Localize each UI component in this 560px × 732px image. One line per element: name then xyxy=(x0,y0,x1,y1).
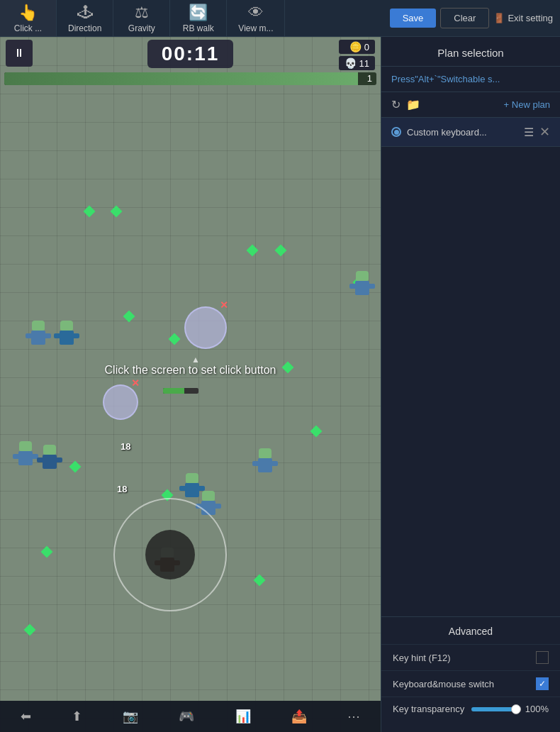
bottom-btn-gamepad[interactable]: 🎮 xyxy=(173,706,200,727)
zombie-3 xyxy=(16,441,35,467)
main-area: ⏸ 00:11 🪙 0 💀 11 1 xyxy=(0,37,560,732)
refresh-icon[interactable]: ↻ xyxy=(391,98,401,111)
progress-value: 1 xyxy=(367,72,372,85)
direction-icon: 🕹 xyxy=(77,4,93,22)
skull-score: 💀 11 xyxy=(339,56,375,70)
game-canvas xyxy=(0,37,381,732)
score-popup-1: 18 xyxy=(121,441,130,452)
keyboard-mouse-row: Keyboard&mouse switch xyxy=(381,670,560,697)
arrow-indicator: ▲ xyxy=(191,355,200,365)
toolbar-click-label: Click ... xyxy=(14,23,42,33)
plan-selection-title: Plan selection xyxy=(381,37,560,67)
exit-icon: 🚪 xyxy=(493,13,505,23)
gravity-icon: ⚖ xyxy=(135,4,149,22)
right-panel: Plan selection Press"Alt+`"Switchable s.… xyxy=(381,37,560,732)
bottom-btn-more[interactable]: ⋯ xyxy=(342,706,366,727)
zombie-8 xyxy=(352,271,372,296)
transparency-row: Key transparency 100% xyxy=(381,697,560,721)
score-area: 🪙 0 💀 11 xyxy=(339,40,375,70)
bottom-btn-share[interactable]: 📤 xyxy=(286,706,313,727)
game-area[interactable]: ⏸ 00:11 🪙 0 💀 11 1 xyxy=(0,37,381,732)
click-circle-2[interactable] xyxy=(103,384,138,420)
keyboard-mouse-label: Keyboard&mouse switch xyxy=(393,679,536,689)
toolbar-direction[interactable]: 🕹 Direction xyxy=(57,0,113,36)
game-bottom-toolbar: ⬅ ⬆ 📷 🎮 📊 📤 ⋯ xyxy=(0,701,381,732)
click-icon: 👆 xyxy=(18,4,38,22)
new-plan-link[interactable]: + New plan xyxy=(504,99,550,110)
plan-close-icon[interactable]: ✕ xyxy=(539,124,550,140)
plan-actions: ☰ ✕ xyxy=(524,124,550,140)
score-popup-2: 18 xyxy=(117,484,127,494)
toolbar-actions: Save Clear 🚪 Exit setting xyxy=(383,0,560,36)
bottom-btn-stats[interactable]: 📊 xyxy=(230,706,257,727)
save-button[interactable]: Save xyxy=(390,9,437,28)
plan-radio[interactable] xyxy=(391,127,401,137)
toolbar-direction-label: Direction xyxy=(68,23,101,33)
toolbar-rb-walk-label: RB walk xyxy=(183,23,214,33)
plan-toolbar: ↻ 📁 + New plan xyxy=(381,92,560,118)
panel-spacer xyxy=(381,147,560,616)
key-hint-row: Key hint (F12) xyxy=(381,644,560,670)
keyboard-mouse-checkbox[interactable] xyxy=(536,677,549,690)
toolbar-gravity-label: Gravity xyxy=(128,23,155,33)
health-bar xyxy=(163,388,198,394)
grid-background xyxy=(0,37,381,732)
advanced-section: Advanced Key hint (F12) Keyboard&mouse s… xyxy=(381,616,560,732)
zombie-5 xyxy=(255,448,275,474)
toolbar-view-more-label: View m... xyxy=(238,23,273,33)
toolbar-gravity[interactable]: ⚖ Gravity xyxy=(113,0,170,36)
pause-button[interactable]: ⏸ xyxy=(6,40,33,67)
slider-thumb xyxy=(511,704,521,714)
zombie-4 xyxy=(40,445,60,470)
coin-icon: 🪙 xyxy=(349,41,362,52)
key-hint-label: Key hint (F12) xyxy=(393,653,536,663)
transparency-slider-wrap[interactable] xyxy=(471,707,516,711)
view-more-icon: 👁 xyxy=(248,4,264,22)
clear-button[interactable]: Clear xyxy=(440,8,489,28)
health-fill xyxy=(163,388,184,394)
bottom-btn-up[interactable]: ⬆ xyxy=(66,706,88,727)
key-transparency-label: Key transparency xyxy=(393,704,464,714)
toolbar-click[interactable]: 👆 Click ... xyxy=(0,0,57,36)
toolbar-rb-walk[interactable]: 🔄 RB walk xyxy=(170,0,227,36)
bottom-btn-back[interactable]: ⬅ xyxy=(15,706,37,727)
key-hint-checkbox[interactable] xyxy=(536,651,549,664)
coin-score: 🪙 0 xyxy=(339,40,375,54)
slider-fill xyxy=(471,707,516,711)
progress-bar: 1 xyxy=(4,72,376,85)
exit-setting-button[interactable]: 🚪 Exit setting xyxy=(493,13,553,23)
rb-walk-icon: 🔄 xyxy=(189,4,208,22)
skull-icon: 💀 xyxy=(345,57,357,69)
game-hud: ⏸ 00:11 🪙 0 💀 11 xyxy=(0,37,381,71)
plan-menu-icon[interactable]: ☰ xyxy=(524,126,534,139)
coin-value: 0 xyxy=(364,42,369,52)
joystick-outer[interactable] xyxy=(113,498,227,611)
exit-label: Exit setting xyxy=(508,13,553,23)
skull-value: 11 xyxy=(359,58,369,69)
slider-track xyxy=(471,707,516,711)
advanced-title: Advanced xyxy=(381,617,560,644)
bottom-btn-camera[interactable]: 📷 xyxy=(117,706,144,727)
plan-label: Custom keyboard... xyxy=(407,127,518,138)
plan-radio-dot xyxy=(394,130,399,135)
zombie-1 xyxy=(28,321,48,346)
top-toolbar: 👆 Click ... 🕹 Direction ⚖ Gravity 🔄 RB w… xyxy=(0,0,560,37)
game-timer: 00:11 xyxy=(147,40,234,68)
joystick-inner xyxy=(145,530,195,580)
transparency-value: 100% xyxy=(523,704,549,714)
zombie-2 xyxy=(57,321,77,346)
folder-icon[interactable]: 📁 xyxy=(406,98,420,111)
click-circle-1[interactable] xyxy=(184,306,227,349)
progress-fill xyxy=(4,72,358,85)
plan-item-custom-keyboard[interactable]: Custom keyboard... ☰ ✕ xyxy=(381,118,560,147)
toolbar-view-more[interactable]: 👁 View m... xyxy=(227,0,285,36)
switchable-hint: Press"Alt+`"Switchable s... xyxy=(381,67,560,92)
